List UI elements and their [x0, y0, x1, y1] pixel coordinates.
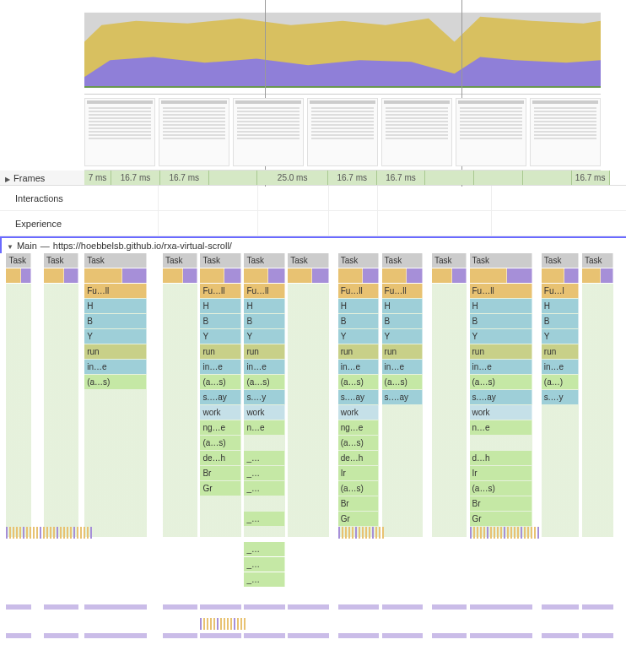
frame-cell[interactable]: 16.7 ms — [572, 171, 610, 185]
call-frame[interactable]: d…h — [470, 451, 532, 465]
call-frame[interactable]: ng…e — [200, 420, 240, 435]
call-frame[interactable]: run — [382, 344, 423, 359]
rendering-block[interactable] — [122, 268, 148, 283]
filmstrip-frame[interactable] — [456, 98, 526, 166]
scripting-block[interactable] — [200, 268, 224, 283]
call-frame[interactable]: s.…ay — [338, 390, 379, 404]
call-frame[interactable]: (a…) — [542, 375, 580, 389]
call-frame[interactable]: work — [244, 405, 284, 420]
call-frame[interactable]: (a…s) — [244, 375, 284, 389]
call-frame[interactable]: _… — [244, 557, 284, 572]
task-block[interactable]: Task — [84, 253, 147, 268]
rendering-block[interactable] — [601, 268, 613, 283]
interactions-track[interactable]: Interactions — [0, 186, 626, 211]
call-frame[interactable]: in…e — [244, 360, 284, 374]
call-frame[interactable]: s.…ay — [200, 390, 240, 404]
call-frame[interactable]: s.…ay — [382, 390, 423, 404]
task-block[interactable]: Task — [288, 253, 328, 268]
call-frame[interactable]: Y — [382, 329, 423, 344]
rendering-block[interactable] — [363, 268, 379, 283]
frame-cell[interactable] — [425, 171, 474, 185]
call-frame[interactable]: Br — [200, 466, 240, 480]
call-frame[interactable]: Fu…ll — [84, 284, 147, 298]
call-frame[interactable]: H — [382, 299, 423, 313]
task-block[interactable]: Task — [200, 253, 240, 268]
scripting-block[interactable] — [288, 268, 312, 283]
call-frame[interactable]: Fu…ll — [382, 284, 423, 298]
call-frame[interactable]: (a…s) — [200, 375, 240, 389]
call-frame[interactable]: Y — [542, 329, 580, 344]
call-frame[interactable]: H — [244, 299, 284, 313]
call-frame[interactable]: Br — [338, 496, 379, 511]
call-frame[interactable]: s.…y — [244, 390, 284, 404]
call-frame[interactable]: H — [84, 299, 147, 313]
call-frame[interactable]: B — [244, 314, 284, 328]
call-frame[interactable]: _… — [244, 466, 284, 480]
call-frame[interactable]: Y — [244, 329, 284, 344]
call-frame[interactable]: B — [470, 314, 532, 328]
frames-track-label[interactable]: Frames — [0, 171, 84, 185]
frame-cell[interactable]: 7 ms — [84, 171, 111, 185]
rendering-block[interactable] — [268, 268, 284, 283]
call-frame[interactable]: Y — [84, 329, 147, 344]
call-frame[interactable]: de…h — [200, 451, 240, 465]
collapse-icon[interactable] — [7, 241, 13, 251]
call-frame[interactable]: Fu…l — [542, 284, 580, 298]
call-frame[interactable]: Y — [470, 329, 532, 344]
call-frame[interactable]: in…e — [470, 360, 532, 374]
call-frame[interactable]: _… — [244, 451, 284, 465]
call-frame[interactable]: run — [542, 344, 580, 359]
rendering-block[interactable] — [183, 268, 197, 283]
filmstrip-frame[interactable] — [381, 98, 452, 166]
rendering-block[interactable] — [64, 268, 78, 283]
call-frame[interactable]: Br — [470, 496, 532, 511]
task-block[interactable]: Task — [470, 253, 532, 268]
flame-chart[interactable]: TaskTaskTaskTaskTaskTaskTaskTaskTaskTask… — [0, 253, 626, 672]
call-frame[interactable]: (a…s) — [470, 481, 532, 496]
call-frame[interactable]: in…e — [200, 360, 240, 374]
rendering-block[interactable] — [312, 268, 328, 283]
call-frame[interactable]: in…e — [84, 360, 147, 374]
call-frame[interactable]: Fu…ll — [470, 284, 532, 298]
call-frame[interactable]: H — [200, 299, 240, 313]
call-frame[interactable]: run — [470, 344, 532, 359]
call-frame[interactable]: Gr — [470, 512, 532, 526]
call-frame[interactable]: Gr — [200, 481, 240, 496]
scripting-block[interactable] — [582, 268, 601, 283]
filmstrip-frame[interactable] — [84, 98, 155, 166]
call-frame[interactable]: _… — [244, 542, 284, 556]
call-frame[interactable]: work — [200, 405, 240, 420]
call-frame[interactable]: (a…s) — [338, 436, 379, 450]
call-frame[interactable]: Fu…ll — [200, 284, 240, 298]
call-frame[interactable]: (a…s) — [200, 436, 240, 450]
frame-cell[interactable] — [474, 171, 523, 185]
call-frame[interactable]: H — [470, 299, 532, 313]
call-frame[interactable]: ng…e — [338, 420, 379, 435]
task-block[interactable]: Task — [44, 253, 78, 268]
task-block[interactable]: Task — [582, 253, 613, 268]
task-block[interactable]: Task — [338, 253, 379, 268]
frames-track[interactable]: Frames 7 ms16.7 ms16.7 ms25.0 ms16.7 ms1… — [0, 171, 626, 186]
scripting-block[interactable] — [244, 268, 268, 283]
call-frame[interactable]: s.…y — [542, 390, 580, 404]
frames-cells[interactable]: 7 ms16.7 ms16.7 ms25.0 ms16.7 ms16.7 ms1… — [84, 171, 626, 185]
filmstrip-frame[interactable] — [233, 98, 304, 166]
call-frame[interactable]: B — [84, 314, 147, 328]
frame-cell[interactable]: 16.7 ms — [328, 171, 377, 185]
call-frame[interactable]: B — [542, 314, 580, 328]
call-frame[interactable]: in…e — [542, 360, 580, 374]
call-frame[interactable]: _… — [244, 512, 284, 526]
task-block[interactable]: Task — [542, 253, 580, 268]
call-frame[interactable]: work — [338, 405, 379, 420]
filmstrip-frame[interactable] — [307, 98, 378, 166]
call-frame[interactable]: n…e — [470, 420, 532, 435]
rendering-block[interactable] — [224, 268, 240, 283]
scripting-block[interactable] — [382, 268, 407, 283]
scripting-block[interactable] — [470, 268, 508, 283]
call-frame[interactable]: work — [470, 405, 532, 420]
task-block[interactable]: Task — [432, 253, 467, 268]
frame-cell[interactable]: 16.7 ms — [160, 171, 209, 185]
call-frame[interactable]: Y — [200, 329, 240, 344]
filmstrip-frame[interactable] — [530, 98, 601, 166]
rendering-block[interactable] — [407, 268, 423, 283]
